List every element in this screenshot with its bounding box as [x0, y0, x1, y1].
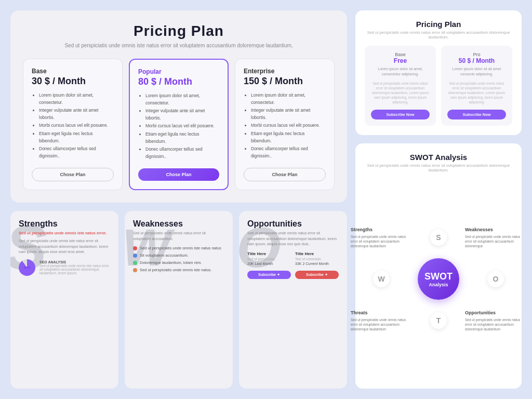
- opp-col2-val: 33K 2 Current Month: [295, 262, 339, 265]
- opp-col2-sub: Text of commodo: [295, 257, 339, 261]
- chose-plan-popular-button[interactable]: Chose Plan: [138, 168, 219, 181]
- mini-plan-base-desc: Lorem ipsum dolor sit amet, consectetur …: [371, 66, 430, 77]
- strengths-card: S Strengths Sed ut perspiciatis unde omn…: [10, 211, 118, 389]
- weakness-item-text: Sit voluptatem accusantium.: [140, 253, 189, 258]
- feature-item: Donec ullamcorper tellus sed dignissim..: [145, 146, 219, 160]
- opp-col-1: Title Here Sed ut perspiciatis 20K Last …: [247, 251, 291, 279]
- weakness-item: Sit voluptatem accusantium.: [133, 253, 224, 258]
- opp-col-2: Title Here Text of commodo 33K 2 Current…: [295, 251, 339, 279]
- mini-plan-pro-features: Sed ut perspiciatis unde omnis natus err…: [447, 81, 506, 104]
- mini-plan-pro-desc: Lorem ipsum dolor sit all amet consecto …: [447, 66, 506, 77]
- weaknesses-card-title: Weaknesses: [133, 219, 224, 229]
- swot-center-sub: Analysis: [429, 282, 448, 287]
- mini-plan-base: Base Free Lorem ipsum dolor sit amet, co…: [365, 46, 436, 126]
- plans-grid: Base 30 $ / Month Lorem ipsum dolor sit …: [23, 59, 335, 190]
- pricing-mini-card: Pricing Plan Sed ut perspiciatis unde om…: [355, 10, 522, 135]
- plan-popular-name: Popular: [138, 68, 219, 75]
- seo-circle: 90%: [19, 259, 35, 276]
- opportunities-quadrant: Opportunities Sed ut perspiciatis unde o…: [462, 307, 529, 335]
- plan-base-features: Lorem ipsum dolor sit amet, consectetur.…: [32, 92, 114, 161]
- feature-item: Integer vulputate ante sit amet lobortis…: [251, 107, 326, 121]
- swot-title: SWOT Analysis: [365, 153, 512, 162]
- plan-enterprise-price: 150 $ / Month: [244, 76, 326, 87]
- weakness-list: Sed ut perspiciatis unde omnis iste natu…: [133, 246, 224, 272]
- swot-card: SWOT Analysis Sed ut perspiciatis unde o…: [355, 143, 522, 389]
- feature-item: Morbi cursus lacus vel elit posuere.: [145, 123, 219, 130]
- weaknesses-quadrant: Weaknesses Sed ut perspiciatis unde omni…: [462, 223, 529, 252]
- weaknesses-label: Weaknesses: [465, 227, 526, 233]
- weakness-item: Sed ut perspiciatis unde omnis iste natu…: [133, 268, 224, 272]
- weakness-item: Doloremque laudantium, totam rem.: [133, 260, 224, 265]
- feature-item: Etiam eget ligula nec lectus bibendum.: [145, 131, 219, 145]
- chose-plan-enterprise-button[interactable]: Chose Plan: [244, 168, 326, 181]
- right-column: Pricing Plan Sed ut perspiciatis unde om…: [355, 10, 522, 389]
- mini-plan-pro: Pro 50 $ / Month Lorem ipsum dolor sit a…: [441, 46, 512, 126]
- feature-item: Lorem ipsum dolor sit amet, consectetur.: [145, 92, 219, 107]
- feature-item: Donec ullamcorper tellus sed dignissim..: [251, 145, 326, 159]
- seo-label: SEO ANALYSIS: [39, 260, 110, 264]
- opp-subscribe-1-button[interactable]: Subscribe ✦: [247, 271, 291, 279]
- subscribe-pro-button[interactable]: Subscribe Now: [447, 110, 506, 119]
- swot-w-letter: W: [373, 271, 390, 287]
- threats-text: Sed ut perspiciatis unde omnis natus err…: [351, 317, 412, 331]
- feature-item: Integer vulputate ante sit amet lobortis…: [145, 108, 219, 122]
- weakness-item-text: Doloremque laudantium, totam rem.: [140, 260, 202, 265]
- opportunities-label: Opportunities: [465, 310, 526, 316]
- swot-center-circle: SWOT Analysis: [418, 258, 459, 300]
- opportunities-card-desc: Sed ut perspiciatis unde omnis natus err…: [247, 231, 339, 247]
- opportunities-columns: Title Here Sed ut perspiciatis 20K Last …: [247, 251, 339, 279]
- strengths-card-title: Strengths: [19, 219, 110, 229]
- opp-col1-sub: Sed ut perspiciatis: [247, 257, 291, 261]
- swot-center-text: SWOT: [424, 271, 453, 282]
- mini-plan-pro-name: Pro: [447, 52, 506, 57]
- bottom-row: S Strengths Sed ut perspiciatis unde omn…: [10, 211, 347, 389]
- weakness-item-text: Sed ut perspiciatis unde omnis iste natu…: [140, 268, 211, 272]
- plan-base-price: 30 $ / Month: [32, 76, 114, 87]
- plan-popular-features: Lorem ipsum dolor sit amet, consectetur.…: [138, 92, 219, 161]
- weakness-item-text: Sed ut perspiciatis unde omnis iste natu…: [140, 246, 221, 250]
- plan-popular-price: 80 $ / Month: [138, 76, 219, 87]
- pricing-main-title: Pricing Plan: [23, 23, 335, 39]
- weakness-item: Sed ut perspiciatis unde omnis iste natu…: [133, 246, 224, 250]
- pricing-main-subtitle: Sed ut perspiciatis unde omnis iste natu…: [23, 43, 335, 48]
- opp-col2-title: Title Here: [295, 251, 339, 256]
- threats-label: Threats: [351, 310, 412, 316]
- opportunities-card-title: Opportunities: [247, 219, 339, 229]
- weaknesses-card: W Weaknesses Sed ut perspiciatis unde om…: [125, 211, 233, 389]
- feature-item: Morbi cursus lacus vel elit posuere.: [251, 122, 326, 129]
- subscribe-base-button[interactable]: Subscribe Now: [371, 110, 430, 119]
- dot-orange-icon: [133, 268, 137, 272]
- mini-plan-base-price: Free: [371, 57, 430, 64]
- feature-item: Donec ullamcorper tellus sed dignissim..: [39, 145, 114, 159]
- swot-t-letter: T: [430, 312, 447, 329]
- feature-item: Morbi cursus lacus vel elit posuere.: [39, 122, 114, 129]
- swot-diagram: Strengths Sed ut perspiciatis unde omnis…: [365, 179, 512, 379]
- strengths-text: Sed ut perspiciatis unde omnis natus err…: [351, 234, 412, 248]
- weaknesses-card-subtitle: Sed ut perspiciatis unde omnis natus err…: [133, 231, 224, 242]
- strengths-label: Strengths: [351, 227, 412, 233]
- swot-s-letter: S: [430, 229, 447, 246]
- opportunities-text: Sed ut perspiciatis unde omnis natus err…: [465, 317, 526, 331]
- dot-green-icon: [133, 261, 137, 265]
- seo-analysis-box: 90% SEO ANALYSIS Sed ut perspiciatis und…: [19, 259, 110, 276]
- opp-col1-title: Title Here: [247, 251, 291, 256]
- dot-red-icon: [133, 246, 137, 250]
- opp-col1-val: 20K Last Month: [247, 262, 291, 265]
- plan-enterprise-name: Enterprise: [244, 68, 326, 75]
- opp-subscribe-2-button[interactable]: Subscribe ✦: [295, 271, 339, 279]
- plan-enterprise-features: Lorem ipsum dolor sit amet, consectetur.…: [244, 92, 326, 161]
- feature-item: Etiam eget ligula nec lectus bibendum.: [39, 130, 114, 144]
- chose-plan-base-button[interactable]: Chose Plan: [32, 168, 114, 181]
- pricing-mini-title: Pricing Plan: [365, 20, 512, 29]
- plan-enterprise: Enterprise 150 $ / Month Lorem ipsum dol…: [235, 59, 335, 190]
- mini-plan-base-name: Base: [371, 52, 430, 57]
- swot-subtitle: Sed ut perspiciatis unde omnis natus err…: [365, 163, 512, 172]
- feature-item: Etiam eget ligula nec lectus bibendum.: [251, 130, 326, 144]
- weaknesses-text: Sed ut perspiciatis unde omnis natus err…: [465, 234, 526, 248]
- plan-popular: Popular 80 $ / Month Lorem ipsum dolor s…: [129, 59, 229, 190]
- mini-plans-grid: Base Free Lorem ipsum dolor sit amet, co…: [365, 46, 512, 126]
- feature-item: Integer vulputate ante sit amet lobortis…: [39, 107, 114, 121]
- pricing-main-card: Pricing Plan Sed ut perspiciatis unde om…: [10, 10, 347, 203]
- strengths-card-desc: Sed ut perspiciatis unde omnis iste natu…: [19, 238, 110, 255]
- mini-plan-pro-price: 50 $ / Month: [447, 57, 506, 64]
